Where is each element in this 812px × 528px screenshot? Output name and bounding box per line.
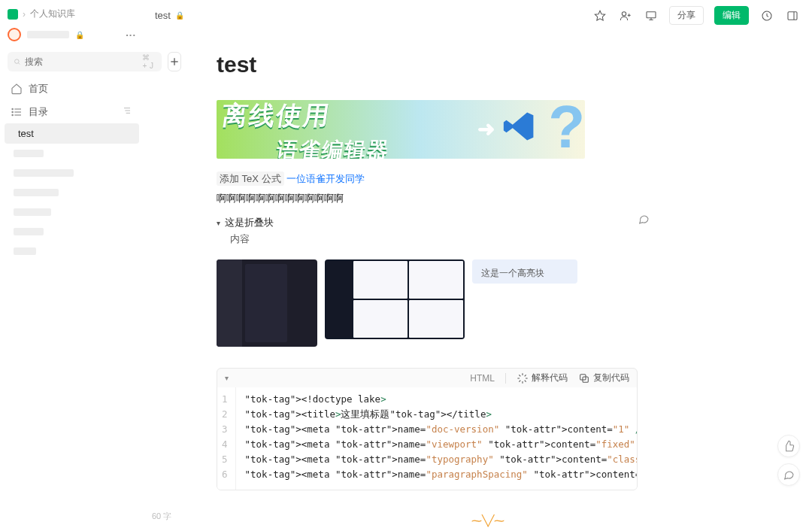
svg-marker-13 [595,11,604,20]
vscode-icon [502,109,537,144]
question-mark-icon: ? [548,100,585,159]
banner-image[interactable]: 离线使用 语雀编辑器 ➜ ? [217,100,585,159]
collapse-title: 这是折叠块 [225,216,274,229]
tex-line: 添加 TeX 公式 一位语雀开发同学 [217,172,638,186]
doc-breadcrumb-title[interactable]: test [155,10,171,21]
svg-point-7 [12,108,13,109]
doc-item-placeholder[interactable] [14,150,44,157]
comment-button[interactable] [777,463,800,486]
svg-line-1 [19,63,20,65]
comment-bubble-icon[interactable] [638,213,650,227]
svg-point-8 [12,111,13,112]
list-icon [11,106,23,118]
image-thumb[interactable] [325,259,465,339]
sidebar: › 个人知识库 🔒 ··· ⌘ + J 首页 目录 [0,0,144,528]
share-button[interactable]: 分享 [669,6,704,25]
banner-headline: 离线使用 [220,100,333,133]
image-row: 这是一个高亮块 [217,259,638,347]
tex-prefix[interactable]: 添加 TeX 公式 [217,171,284,186]
document-body: test 离线使用 语雀编辑器 ➜ ? 添加 TeX 公式 一位语雀开发同学 啊… [217,31,638,528]
star-icon [594,10,606,22]
presentation-icon [645,10,657,22]
svg-rect-21 [788,11,797,20]
doc-item-placeholder[interactable] [14,247,36,255]
word-count: 60 字 [147,508,176,525]
image-thumb[interactable] [217,259,317,347]
highlight-block[interactable]: 这是一个高亮块 [472,259,577,284]
doc-item-placeholder[interactable] [14,169,74,177]
doc-item-placeholder[interactable] [14,228,44,235]
lock-icon: 🔒 [75,31,84,39]
code-block: ▾ HTML 解释代码 复制代码 [217,368,638,490]
comment-icon [783,469,795,481]
workspace-row[interactable]: 🔒 ··· [0,23,144,46]
like-button[interactable] [777,435,800,457]
thumbs-up-icon [783,440,795,452]
search-input[interactable]: ⌘ + J [8,52,162,71]
svg-point-14 [622,11,626,15]
code-header: ▾ HTML 解释代码 复制代码 [217,369,637,387]
breadcrumb[interactable]: › 个人知识库 [0,0,144,23]
sparkle-icon [517,372,529,384]
app-logo-icon [8,9,18,20]
code-gutter: 123456 [217,387,236,490]
nav-toc-label: 目录 [29,105,48,119]
caret-down-icon[interactable]: ▾ [225,374,229,382]
doc-item-active[interactable]: test [5,123,139,144]
home-icon [11,83,23,95]
tex-author-link[interactable]: 一位语雀开发同学 [286,173,365,184]
doc-item-placeholder[interactable] [14,208,51,216]
search-icon [14,56,20,68]
toc-toggle-icon[interactable] [121,105,133,119]
doc-item-placeholder[interactable] [14,189,59,196]
topbar: test 🔒 分享 编辑 [144,0,812,31]
doc-item-label: test [18,128,34,139]
explain-code-button[interactable]: 解释代码 [517,372,568,384]
activity-pulse-icon: ⁓╲╱⁓ [471,514,504,526]
code-lang-label[interactable]: HTML [470,373,495,384]
star-button[interactable] [592,8,607,23]
main: test 🔒 分享 编辑 test 离线使用 语雀编辑器 ➜ ? [144,0,812,528]
code-lines[interactable]: "tok-tag"><!doctype lake>"tok-tag"><titl… [236,387,638,490]
code-body[interactable]: 123456 "tok-tag"><!doctype lake>"tok-tag… [217,387,637,490]
nav-home[interactable]: 首页 [0,77,144,100]
invite-button[interactable] [618,8,633,23]
present-button[interactable] [644,8,659,23]
banner-subhead: 语雀编辑器 [274,136,391,159]
lock-icon: 🔒 [175,11,184,20]
page-title[interactable]: test [217,52,638,77]
edit-button[interactable]: 编辑 [714,6,749,25]
history-button[interactable] [759,8,774,23]
nav-home-label: 首页 [29,82,48,96]
clock-icon [761,10,773,22]
user-plus-icon [620,10,632,22]
avatar [8,28,21,41]
copy-icon [578,372,590,384]
side-panel-icon [786,10,798,22]
svg-point-9 [12,114,13,115]
paragraph[interactable]: 啊啊啊啊啊啊啊啊啊啊啊啊啊 [217,192,638,205]
chevron-right-icon: › [23,9,26,20]
svg-rect-17 [647,11,656,17]
arrow-icon: ➜ [477,117,495,141]
copy-code-button[interactable]: 复制代码 [578,372,629,384]
workspace-name-placeholder [27,31,69,38]
more-button[interactable]: ··· [126,29,136,41]
caret-down-icon: ▾ [217,219,220,227]
collapse-toggle[interactable]: ▾ 这是折叠块 [217,213,638,232]
panel-button[interactable] [785,8,800,23]
collapse-content[interactable]: 内容 [217,232,638,246]
svg-point-0 [15,59,20,64]
search-field[interactable] [25,56,138,67]
nav-toc[interactable]: 目录 [0,100,144,123]
breadcrumb-space: 个人知识库 [30,8,75,20]
collapse-block: ▾ 这是折叠块 内容 [217,213,638,246]
